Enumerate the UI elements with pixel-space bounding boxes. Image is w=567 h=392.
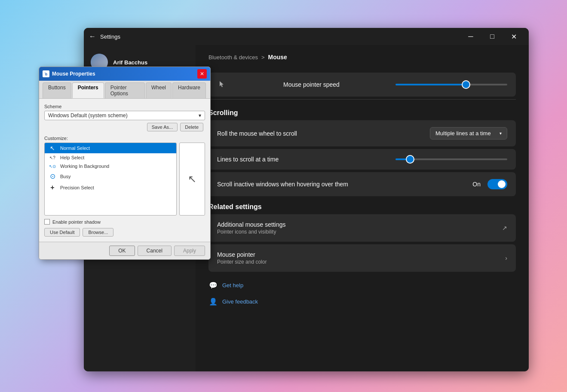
slider-track-speed xyxy=(395,84,507,85)
main-content: Bluetooth & devices > Mouse Mouse pointe… xyxy=(196,45,529,371)
roll-wheel-label: Roll the mouse wheel to scroll xyxy=(217,130,297,137)
give-feedback-icon: 👤 xyxy=(208,297,218,306)
tab-buttons[interactable]: Buttons xyxy=(43,82,71,98)
cancel-button[interactable]: Cancel xyxy=(138,246,172,256)
roll-wheel-value: Multiple lines at a time xyxy=(435,130,491,137)
dialog-tabs: Buttons Pointers Pointer Options Wheel H… xyxy=(39,81,210,99)
cursor-item-working-background[interactable]: ↖⊙ Working In Background xyxy=(45,162,176,170)
ok-button[interactable]: OK xyxy=(109,246,135,256)
user-name: Arif Bacchus xyxy=(113,59,147,66)
related-settings-title: Related settings xyxy=(208,203,516,211)
dialog-footer: OK Cancel Apply xyxy=(39,242,210,259)
scroll-inactive-toggle-row: On xyxy=(472,179,507,189)
cursor-preview: ↖ xyxy=(179,143,205,216)
slider-thumb-lines xyxy=(407,156,414,163)
dialog-body: Scheme Windows Default (system scheme) ▾… xyxy=(39,99,210,242)
tab-wheel[interactable]: Wheel xyxy=(146,82,172,98)
dialog-titlebar-left: 🖱 Mouse Properties xyxy=(43,70,95,77)
browse-button[interactable]: Browse... xyxy=(83,228,113,237)
additional-mouse-subtitle: Pointer icons and visibility xyxy=(217,229,286,235)
cursor-precision-select-icon: + xyxy=(48,184,57,191)
mouse-pointer-card[interactable]: Mouse pointer Pointer size and color › xyxy=(208,244,516,272)
scheme-label: Scheme xyxy=(44,104,205,109)
chevron-right-icon: › xyxy=(505,255,507,261)
slider-track-lines xyxy=(395,158,507,160)
mouse-properties-dialog: 🖱 Mouse Properties ✕ Buttons Pointers Po… xyxy=(39,67,211,260)
title-bar-title: Settings xyxy=(100,33,120,40)
breadcrumb-separator: > xyxy=(261,54,265,61)
shadow-row: Enable pointer shadow xyxy=(44,219,205,225)
scrolling-title: Scrolling xyxy=(208,109,516,117)
mouse-pointer-subtitle: Pointer size and color xyxy=(217,259,267,265)
mouse-pointer-speed-card: Mouse pointer speed xyxy=(208,73,516,97)
get-help-link[interactable]: 💬 Get help xyxy=(208,277,516,293)
cursor-preview-icon: ↖ xyxy=(188,173,196,185)
cursor-busy-label: Busy xyxy=(60,174,70,179)
title-bar-controls: ─ □ ✕ xyxy=(461,30,524,43)
back-icon[interactable]: ← xyxy=(89,33,96,40)
cursor-normal-select-label: Normal Select xyxy=(60,146,90,151)
tab-pointers[interactable]: Pointers xyxy=(72,82,104,98)
additional-mouse-text: Additional mouse settings Pointer icons … xyxy=(217,221,286,235)
close-button[interactable]: ✕ xyxy=(504,30,524,43)
minimize-button[interactable]: ─ xyxy=(461,30,481,43)
mouse-pointer-speed-slider[interactable] xyxy=(395,84,507,85)
additional-mouse-title: Additional mouse settings xyxy=(217,221,286,228)
tab-hardware[interactable]: Hardware xyxy=(172,82,206,98)
use-default-button[interactable]: Use Default xyxy=(44,228,80,237)
lines-scroll-slider[interactable] xyxy=(395,158,507,160)
scroll-inactive-toggle[interactable] xyxy=(487,179,507,189)
cursor-item-help-select[interactable]: ↖? Help Select xyxy=(45,153,176,162)
lines-scroll-card: Lines to scroll at a time xyxy=(208,149,516,170)
scrolling-section: Scrolling Roll the mouse wheel to scroll… xyxy=(208,99,516,196)
delete-button[interactable]: Delete xyxy=(180,123,203,131)
chevron-down-icon: ▾ xyxy=(500,131,502,136)
scheme-chevron-icon: ▾ xyxy=(199,112,201,119)
breadcrumb-current: Mouse xyxy=(268,54,287,61)
cursor-item-precision-select[interactable]: + Precision Select xyxy=(45,182,176,193)
content-area: Mouse pointer speed Scrolling Roll the m… xyxy=(196,68,529,322)
enable-shadow-checkbox[interactable] xyxy=(44,219,50,225)
mouse-pointer-title: Mouse pointer xyxy=(217,251,267,258)
cursor-action-buttons: Use Default Browse... xyxy=(44,228,205,237)
tab-pointer-options[interactable]: Pointer Options xyxy=(105,82,145,98)
get-help-label: Get help xyxy=(222,282,243,289)
cursor-normal-select-icon: ↖ xyxy=(48,145,57,152)
enable-shadow-label: Enable pointer shadow xyxy=(52,219,101,225)
get-help-icon: 💬 xyxy=(208,280,218,290)
dialog-title-text: Mouse Properties xyxy=(52,71,95,77)
scheme-buttons: Save As... Delete xyxy=(44,123,205,131)
cursor-item-normal-select[interactable]: ↖ Normal Select xyxy=(45,143,176,153)
mouse-pointer-speed-icon xyxy=(217,79,227,90)
cursor-working-background-icon: ↖⊙ xyxy=(48,164,57,169)
customize-section: Customize: ↖ Normal Select ↖? Help Selec… xyxy=(44,136,205,237)
external-link-icon: ↗ xyxy=(502,225,507,231)
help-section: 💬 Get help 👤 Give feedback xyxy=(208,277,516,310)
scroll-inactive-value: On xyxy=(472,181,481,188)
mouse-pointer-speed-label: Mouse pointer speed xyxy=(283,81,340,88)
scheme-dropdown[interactable]: Windows Default (system scheme) ▾ xyxy=(44,111,205,120)
save-as-button[interactable]: Save As... xyxy=(147,123,178,131)
cursor-help-select-label: Help Select xyxy=(60,155,84,160)
scheme-section: Scheme Windows Default (system scheme) ▾… xyxy=(44,104,205,131)
maximize-button[interactable]: □ xyxy=(482,30,502,43)
dialog-titlebar: 🖱 Mouse Properties ✕ xyxy=(39,67,210,81)
breadcrumb-parent[interactable]: Bluetooth & devices xyxy=(208,54,258,61)
additional-mouse-card[interactable]: Additional mouse settings Pointer icons … xyxy=(208,214,516,242)
mouse-pointer-text: Mouse pointer Pointer size and color xyxy=(217,251,267,265)
dialog-title-icon: 🖱 xyxy=(43,70,49,77)
cursor-busy-icon: ⊙ xyxy=(48,172,57,180)
give-feedback-link[interactable]: 👤 Give feedback xyxy=(208,293,516,310)
apply-button[interactable]: Apply xyxy=(174,246,205,256)
roll-wheel-dropdown[interactable]: Multiple lines at a time ▾ xyxy=(430,127,507,140)
title-bar-left: ← Settings xyxy=(89,33,120,40)
scroll-inactive-label: Scroll inactive windows when hovering ov… xyxy=(217,181,348,188)
scheme-value: Windows Default (system scheme) xyxy=(48,112,128,119)
title-bar: ← Settings ─ □ ✕ xyxy=(84,28,529,45)
roll-wheel-card: Roll the mouse wheel to scroll Multiple … xyxy=(208,120,516,146)
cursor-item-busy[interactable]: ⊙ Busy xyxy=(45,170,176,182)
breadcrumb: Bluetooth & devices > Mouse xyxy=(208,54,516,61)
scroll-inactive-card: Scroll inactive windows when hovering ov… xyxy=(208,172,516,196)
cursor-help-select-icon: ↖? xyxy=(48,155,57,160)
dialog-close-button[interactable]: ✕ xyxy=(197,69,207,79)
